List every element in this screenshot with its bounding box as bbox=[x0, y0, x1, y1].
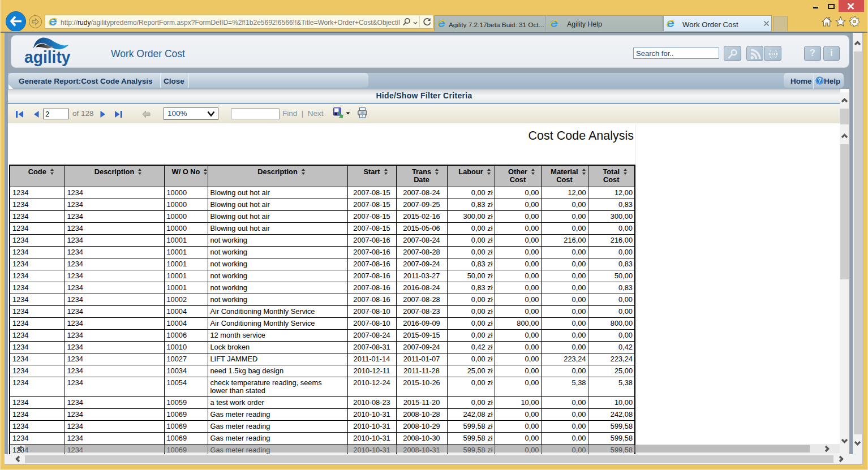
svg-text:?: ? bbox=[818, 77, 822, 84]
